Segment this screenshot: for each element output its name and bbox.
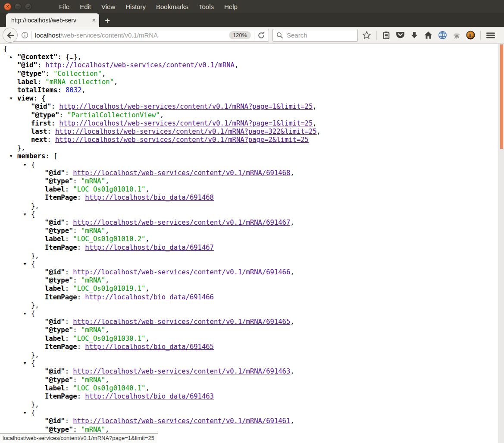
- json-punc: :: [73, 376, 81, 384]
- json-link[interactable]: http://localhost/web-services/content/v0…: [73, 318, 290, 326]
- json-link[interactable]: http://localhost/web-services/content/v0…: [55, 136, 309, 144]
- collapse-toggle-icon[interactable]: ▼: [10, 152, 12, 160]
- menu-edit[interactable]: Edit: [80, 3, 91, 10]
- json-line: ▼view: {: [0, 94, 504, 103]
- url-bar[interactable]: localhost/web-services/content/v0.1/mRNA…: [10, 29, 269, 42]
- downloads-icon[interactable]: [410, 31, 419, 40]
- json-link[interactable]: http://localhost/bio_data/691468: [85, 194, 214, 201]
- json-link[interactable]: http://localhost/web-services/content/v0…: [59, 119, 313, 127]
- json-key: ItemPage: [45, 244, 77, 251]
- json-key: label: [17, 78, 38, 86]
- json-key: "@context": [17, 53, 57, 61]
- bookmarks-list-icon[interactable]: [382, 31, 391, 40]
- bookmark-star-icon[interactable]: [362, 31, 371, 40]
- json-link[interactable]: http://localhost/web-services/content/v0…: [59, 103, 313, 110]
- scrollbar[interactable]: [498, 44, 504, 443]
- json-line: ▼members: [: [0, 152, 504, 160]
- reload-icon[interactable]: [257, 31, 265, 39]
- menu-view[interactable]: View: [101, 3, 115, 10]
- collapse-toggle-icon[interactable]: ▼: [24, 310, 26, 318]
- zoom-level-indicator[interactable]: 120%: [229, 31, 251, 39]
- back-button[interactable]: [3, 28, 18, 43]
- window-close-button[interactable]: ×: [4, 3, 11, 10]
- json-key: label: [45, 384, 65, 392]
- browser-tab[interactable]: http://localhost/web-serv ×: [6, 13, 99, 27]
- collapse-toggle-icon[interactable]: ▼: [24, 161, 26, 169]
- search-icon: [276, 32, 283, 39]
- json-line: },: [0, 302, 504, 310]
- globe-addon-icon[interactable]: [438, 31, 447, 40]
- json-line: "@id": http://localhost/web-services/con…: [0, 368, 504, 376]
- json-link[interactable]: http://localhost/web-services/content/v0…: [73, 417, 290, 425]
- json-key: totalItems: [17, 86, 57, 94]
- json-line: "@type": "mRNA",: [0, 276, 504, 285]
- json-str: "mRNA": [81, 426, 105, 434]
- json-punc: :: [65, 335, 73, 342]
- json-key: last: [31, 128, 47, 135]
- json-punc: :: [65, 235, 73, 243]
- json-line: "@type": "mRNA",: [0, 426, 504, 434]
- expand-toggle-icon[interactable]: ▶: [10, 53, 12, 61]
- collapse-toggle-icon[interactable]: ▼: [24, 359, 26, 368]
- navigation-toolbar: localhost/web-services/content/v0.1/mRNA…: [0, 27, 504, 44]
- url-path: /web-services/content/v0.1/mRNA: [60, 31, 158, 39]
- json-punc: :: [77, 393, 85, 400]
- menu-bookmarks[interactable]: Bookmarks: [156, 3, 188, 10]
- json-num: 8032: [66, 86, 81, 94]
- json-key: "@type": [45, 177, 73, 185]
- scrollbar-thumb[interactable]: [500, 44, 503, 149]
- home-icon[interactable]: [424, 31, 433, 40]
- menu-file[interactable]: File: [59, 3, 69, 10]
- json-punc: ,: [105, 276, 109, 284]
- json-key: "@id": [45, 268, 65, 276]
- json-link[interactable]: http://localhost/bio_data/691463: [85, 393, 214, 400]
- json-punc: :: [65, 417, 73, 425]
- window-maximize-button[interactable]: [25, 3, 32, 10]
- json-punc: },: [31, 202, 39, 210]
- json-str: "mRNA": [81, 326, 105, 334]
- menu-hamburger-icon[interactable]: [486, 31, 495, 39]
- menu-help[interactable]: Help: [224, 3, 238, 10]
- json-link[interactable]: http://localhost/bio_data/691466: [85, 293, 214, 301]
- menu-tools[interactable]: Tools: [199, 3, 214, 10]
- json-line: ItemPage: http://localhost/bio_data/6914…: [0, 393, 504, 401]
- json-key: label: [45, 235, 65, 243]
- search-bar[interactable]: [272, 29, 358, 42]
- search-input[interactable]: [286, 31, 348, 39]
- json-line: label: "LOC_Os01g01040.1",: [0, 384, 504, 393]
- json-key: "@type": [45, 376, 73, 384]
- collapse-toggle-icon[interactable]: ▼: [24, 260, 26, 268]
- menu-history[interactable]: History: [125, 3, 146, 10]
- json-punc: ,: [105, 227, 109, 235]
- json-link[interactable]: http://localhost/web-services/content/v0…: [73, 368, 290, 375]
- json-punc: :: [45, 70, 53, 78]
- l-badge-addon-icon[interactable]: L: [466, 31, 475, 40]
- json-link[interactable]: http://localhost/web-services/content/v0…: [73, 169, 290, 177]
- json-key: "@id": [31, 103, 51, 110]
- pocket-icon[interactable]: [396, 31, 405, 39]
- collapse-toggle-icon[interactable]: ▼: [24, 211, 26, 219]
- tab-close-icon[interactable]: ×: [91, 17, 96, 24]
- toolbar-icons: L: [362, 31, 495, 40]
- json-link[interactable]: http://localhost/bio_data/691465: [85, 343, 214, 351]
- json-punc: :: [65, 368, 73, 375]
- json-key: "@id": [45, 368, 65, 375]
- json-line: ▼{: [0, 211, 504, 219]
- window-minimize-button[interactable]: [14, 3, 22, 10]
- json-link[interactable]: http://localhost/web-services/content/v0…: [73, 268, 290, 276]
- fly-addon-icon[interactable]: [452, 31, 461, 39]
- json-link[interactable]: http://localhost/web-services/content/v0…: [55, 128, 317, 135]
- json-punc: :: [65, 268, 73, 276]
- json-link[interactable]: http://localhost/web-services/content/v0…: [45, 61, 235, 69]
- json-punc: ,: [313, 119, 316, 127]
- collapse-toggle-icon[interactable]: ▼: [24, 409, 26, 417]
- json-link[interactable]: http://localhost/bio_data/691467: [85, 244, 214, 251]
- tab-bar: http://localhost/web-serv × +: [0, 13, 504, 27]
- collapse-toggle-icon[interactable]: ▼: [10, 94, 12, 103]
- json-line: {: [0, 45, 504, 53]
- site-info-icon[interactable]: [21, 31, 28, 39]
- json-punc: {: [31, 161, 35, 169]
- new-tab-button[interactable]: +: [99, 15, 116, 26]
- json-link[interactable]: http://localhost/web-services/content/v0…: [73, 219, 290, 226]
- json-str: "Collection": [53, 70, 102, 78]
